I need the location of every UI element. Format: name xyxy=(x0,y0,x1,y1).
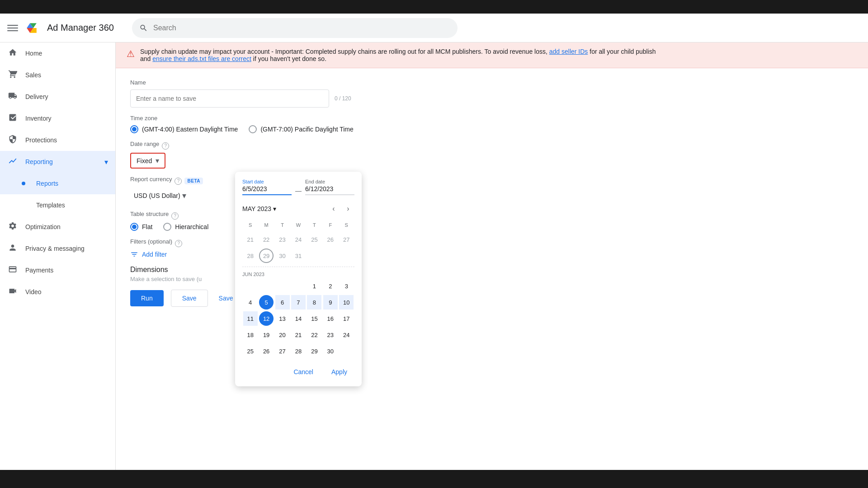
prev-month-arrow[interactable]: ‹ xyxy=(327,202,340,215)
cal-cell-jun20[interactable]: 20 xyxy=(275,328,290,342)
hierarchical-radio-item[interactable]: Hierarchical xyxy=(163,223,208,231)
date-range-select[interactable]: Fixed ▾ xyxy=(130,153,165,169)
cal-cell-jun2[interactable]: 2 xyxy=(323,279,338,293)
cal-cell-jun19[interactable]: 19 xyxy=(259,328,274,342)
filter-icon xyxy=(130,250,138,258)
cancel-button[interactable]: Cancel xyxy=(286,365,321,379)
sidebar-item-payments[interactable]: Payments xyxy=(0,259,115,281)
currency-value: USD (US Dollar) xyxy=(134,192,180,199)
start-date-group: Start date 6/5/2023 xyxy=(242,179,292,195)
sidebar-item-templates[interactable]: Templates xyxy=(0,194,115,216)
run-button[interactable]: Run xyxy=(130,290,164,306)
cal-cell-jun27[interactable]: 27 xyxy=(275,344,290,358)
cal-cell-jun11[interactable]: 11 xyxy=(243,311,258,326)
cal-cell-jun29[interactable]: 29 xyxy=(307,344,321,358)
cal-cell-30[interactable]: 30 xyxy=(275,249,290,263)
curr-month-row-2: 4 5 6 7 8 9 10 xyxy=(242,294,354,310)
prev-month-label[interactable]: MAY 2023 ▾ xyxy=(242,205,276,212)
prev-month-row-1: 21 22 23 24 25 26 27 xyxy=(242,231,354,248)
currency-info-icon[interactable]: ? xyxy=(175,178,182,185)
cal-cell-jun14[interactable]: 14 xyxy=(291,311,306,326)
tz-pacific-radio[interactable] xyxy=(249,125,257,133)
cal-cell-jun25[interactable]: 25 xyxy=(243,344,258,358)
cal-cell-jun4[interactable]: 4 xyxy=(243,295,258,310)
cal-cell-jun13[interactable]: 13 xyxy=(275,311,290,326)
cal-cell-jun1[interactable]: 1 xyxy=(307,279,321,293)
cal-cell-jun18[interactable]: 18 xyxy=(243,328,258,342)
cal-cell-jun6[interactable]: 6 xyxy=(275,295,290,310)
cal-cell-25[interactable]: 25 xyxy=(307,232,321,247)
flat-radio[interactable] xyxy=(130,223,138,231)
sidebar-item-sales[interactable]: Sales xyxy=(0,64,115,86)
cal-cell-jun8[interactable]: 8 xyxy=(307,295,321,310)
cal-cell-jun7[interactable]: 7 xyxy=(291,295,306,310)
search-bar[interactable] xyxy=(132,18,458,38)
date-range-info-icon[interactable]: ? xyxy=(162,142,169,150)
sidebar-templates-label: Templates xyxy=(36,202,65,209)
cal-cell-26[interactable]: 26 xyxy=(323,232,338,247)
cal-cell-jun9[interactable]: 9 xyxy=(323,295,338,310)
sidebar-item-video[interactable]: Video xyxy=(0,281,115,303)
cal-cell-jun5[interactable]: 5 xyxy=(259,295,274,310)
cal-cell-jun17[interactable]: 17 xyxy=(339,311,354,326)
cal-cell-29[interactable]: 29 xyxy=(259,249,274,263)
curr-month-row-4: 18 19 20 21 22 23 24 xyxy=(242,327,354,343)
cal-cell-jun12[interactable]: 12 xyxy=(259,311,274,326)
start-date-value[interactable]: 6/5/2023 xyxy=(242,185,292,195)
cal-cell-31[interactable]: 31 xyxy=(291,249,306,263)
cal-cell-jun21[interactable]: 21 xyxy=(291,328,306,342)
sidebar: Playwire Media Home Sales Delivery Inven… xyxy=(0,14,116,470)
topbar: Ad Manager 360 xyxy=(0,14,868,42)
sidebar-item-delivery[interactable]: Delivery xyxy=(0,86,115,108)
end-date-value[interactable]: 6/12/2023 xyxy=(305,185,354,195)
cal-cell-21[interactable]: 21 xyxy=(243,232,258,247)
sidebar-item-reporting[interactable]: Reporting ▾ xyxy=(0,151,115,173)
tz-eastern-radio[interactable] xyxy=(130,125,138,133)
sidebar-item-optimization[interactable]: Optimization xyxy=(0,216,115,238)
alert-link-sellers[interactable]: add seller IDs xyxy=(549,48,588,55)
cal-cell-jun16[interactable]: 16 xyxy=(323,311,338,326)
cal-cell-jun23[interactable]: 23 xyxy=(323,328,338,342)
cal-cell-27[interactable]: 27 xyxy=(339,232,354,247)
menu-icon[interactable] xyxy=(7,23,18,33)
reporting-icon xyxy=(7,156,18,168)
search-input[interactable] xyxy=(153,24,450,32)
sidebar-sales-label: Sales xyxy=(25,71,41,79)
cal-cell-jun15[interactable]: 15 xyxy=(307,311,321,326)
cal-cell-jun28[interactable]: 28 xyxy=(291,344,306,358)
date-range-controls: Fixed ▾ xyxy=(130,153,490,169)
flat-label: Flat xyxy=(142,223,152,230)
tz-eastern[interactable]: (GMT-4:00) Eastern Daylight Time xyxy=(130,125,238,133)
add-filter-label[interactable]: Add filter xyxy=(142,251,167,258)
sidebar-item-inventory[interactable]: Inventory xyxy=(0,108,115,129)
cal-cell-jun30[interactable]: 30 xyxy=(323,344,338,358)
sidebar-item-home[interactable]: Home xyxy=(0,42,115,64)
cal-cell-24[interactable]: 24 xyxy=(291,232,306,247)
cal-cell-28[interactable]: 28 xyxy=(243,249,258,263)
cal-cell-jun22[interactable]: 22 xyxy=(307,328,321,342)
cal-empty-end xyxy=(339,344,354,358)
sidebar-item-protections[interactable]: Protections xyxy=(0,129,115,151)
sidebar-item-reports[interactable]: Reports xyxy=(0,173,115,194)
next-month-arrow[interactable]: › xyxy=(342,202,354,215)
apply-button[interactable]: Apply xyxy=(324,365,354,379)
sidebar-home-label: Home xyxy=(25,50,42,57)
sidebar-video-label: Video xyxy=(25,288,42,296)
cal-cell-23[interactable]: 23 xyxy=(275,232,290,247)
save-button[interactable]: Save xyxy=(171,290,208,307)
cal-cell-jun24[interactable]: 24 xyxy=(339,328,354,342)
tz-pacific[interactable]: (GMT-7:00) Pacific Daylight Time xyxy=(249,125,353,133)
cal-cell-jun26[interactable]: 26 xyxy=(259,344,274,358)
cal-cell-jun10[interactable]: 10 xyxy=(339,295,354,310)
cal-cell-jun3[interactable]: 3 xyxy=(339,279,354,293)
cal-cell-22[interactable]: 22 xyxy=(259,232,274,247)
sidebar-item-privacy[interactable]: Privacy & messaging xyxy=(0,238,115,259)
optimization-icon xyxy=(7,221,18,233)
name-input[interactable] xyxy=(130,89,329,108)
cal-header: S M T W T F S xyxy=(242,221,354,230)
alert-link-adstxt[interactable]: ensure their ads.txt files are correct xyxy=(152,55,251,62)
flat-radio-item[interactable]: Flat xyxy=(130,223,152,231)
table-structure-info-icon[interactable]: ? xyxy=(171,212,179,220)
hierarchical-radio[interactable] xyxy=(163,223,171,231)
filters-info-icon[interactable]: ? xyxy=(175,240,182,247)
